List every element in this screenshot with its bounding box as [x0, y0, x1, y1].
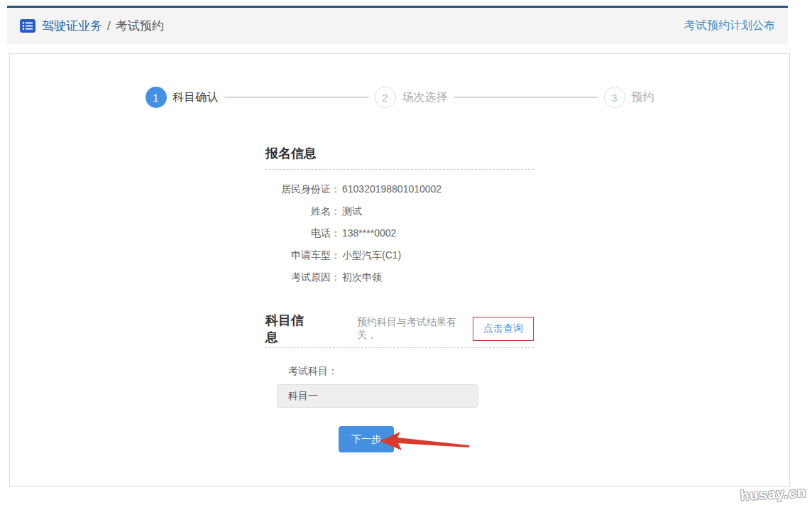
registration-fields: 居民身份证： 610320198801010002 姓名： 测试 电话： 138…: [265, 184, 534, 283]
step-2-label: 场次选择: [402, 90, 448, 105]
step-session-select: 2 场次选择: [375, 87, 448, 108]
field-label: 电话：: [265, 228, 341, 239]
field-label: 居民身份证：: [265, 184, 341, 195]
divider-dashed: [265, 347, 534, 348]
step-3-circle: 3: [604, 87, 625, 108]
step-1-label: 科目确认: [173, 90, 219, 105]
field-value: 初次申领: [342, 272, 382, 283]
field-value: 小型汽车(C1): [342, 250, 401, 261]
field-row-phone: 电话： 138****0002: [265, 228, 534, 239]
query-link[interactable]: 点击查询: [473, 317, 534, 341]
field-row-vehicle-type: 申请车型： 小型汽车(C1): [265, 250, 534, 261]
exam-plan-link[interactable]: 考试预约计划公布: [684, 18, 775, 33]
step-3-label: 预约: [632, 90, 654, 105]
breadcrumb-current: 考试预约: [116, 18, 164, 34]
watermark: husay.cn: [740, 484, 806, 504]
field-value: 138****0002: [342, 228, 396, 239]
divider-dashed: [265, 169, 534, 170]
subject-note: 预约科目与考试结果有关，: [357, 316, 470, 342]
stepper: 1 科目确认 2 场次选择 3 预约: [10, 87, 789, 108]
list-icon: [20, 19, 35, 33]
field-label: 姓名：: [265, 206, 341, 217]
step-subject-confirm: 1 科目确认: [146, 87, 219, 108]
breadcrumb-separator: /: [107, 19, 111, 33]
exam-subject-input[interactable]: [277, 384, 478, 408]
step-1-circle: 1: [146, 87, 167, 108]
breadcrumb: 驾驶证业务 / 考试预约: [20, 18, 164, 34]
exam-subject-label: 考试科目：: [288, 365, 534, 378]
field-value: 测试: [342, 206, 362, 217]
step-connector: [225, 97, 368, 98]
breadcrumb-root[interactable]: 驾驶证业务: [42, 18, 102, 34]
field-label: 考试原因：: [265, 272, 341, 283]
field-row-exam-reason: 考试原因： 初次申领: [265, 272, 534, 283]
field-row-name: 姓名： 测试: [265, 206, 534, 217]
main-panel: 1 科目确认 2 场次选择 3 预约 报名信息 居民身份证： 610320198…: [9, 53, 790, 487]
header-bar: 驾驶证业务 / 考试预约 考试预约计划公布: [7, 6, 788, 44]
annotation-arrow-icon: [376, 429, 472, 455]
page: 驾驶证业务 / 考试预约 考试预约计划公布 1 科目确认 2 场次选择 3 预约: [0, 0, 812, 505]
field-value: 610320198801010002: [342, 184, 441, 195]
subject-title: 科目信息: [265, 312, 314, 346]
registration-title: 报名信息: [265, 145, 534, 162]
field-row-id-card: 居民身份证： 610320198801010002: [265, 184, 534, 195]
form-column: 报名信息 居民身份证： 610320198801010002 姓名： 测试 电话…: [265, 145, 534, 452]
step-reserve: 3 预约: [604, 87, 654, 108]
step-connector: [454, 97, 598, 98]
subject-section-header: 科目信息 预约科目与考试结果有关， 点击查询: [265, 312, 534, 346]
field-label: 申请车型：: [265, 250, 341, 261]
step-2-circle: 2: [375, 87, 396, 108]
